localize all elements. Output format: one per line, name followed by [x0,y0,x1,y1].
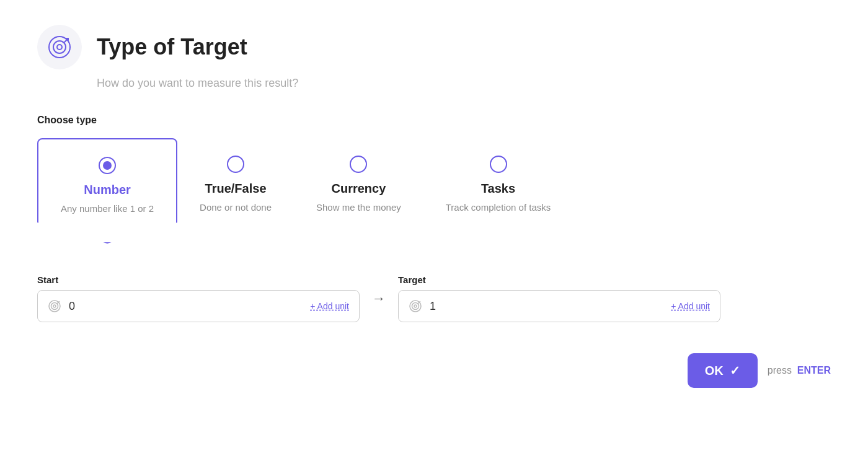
svg-point-6 [53,305,56,307]
type-card-number[interactable]: Number Any number like 1 or 2 [37,138,177,244]
target-input-wrap: + Add unit [398,290,720,322]
ok-check-icon: ✓ [730,363,740,378]
type-card-truefalse[interactable]: True/False Done or not done [177,138,294,231]
target-field-group: Target + Add unit [398,275,720,322]
press-enter-text: press ENTER [768,365,831,376]
start-label: Start [37,275,360,285]
type-card-currency[interactable]: Currency Show me the money [294,138,423,231]
radio-number [99,157,116,174]
svg-point-9 [412,303,419,310]
svg-point-1 [53,41,66,53]
start-input-wrap: + Add unit [37,290,360,322]
card-desc-number: Any number like 1 or 2 [61,202,154,215]
svg-point-10 [414,305,417,307]
start-input-icon [48,299,61,313]
ok-label: OK [705,364,724,378]
ok-area: OK ✓ press ENTER [37,353,831,388]
ok-button[interactable]: OK ✓ [688,353,758,388]
radio-truefalse [227,156,244,173]
page-subtitle: How do you want to measure this result? [97,77,831,90]
type-card-tasks[interactable]: Tasks Track completion of tasks [423,138,574,231]
header-icon-wrap [37,25,82,69]
radio-currency [350,156,367,173]
page-header: Type of Target [37,25,831,69]
arrow-icon: → [372,291,386,307]
target-add-unit-button[interactable]: + Add unit [671,301,710,311]
svg-point-5 [51,303,58,310]
target-label: Target [398,275,720,285]
choose-type-section: Choose type Number Any number like 1 or … [37,115,831,244]
radio-tasks [490,156,507,173]
page-container: Type of Target How do you want to measur… [37,25,831,388]
card-desc-tasks: Track completion of tasks [446,201,551,214]
start-add-unit-button[interactable]: + Add unit [310,301,349,311]
card-title-number: Number [84,183,131,197]
target-input[interactable] [430,300,663,313]
start-input[interactable] [69,300,303,313]
enter-label: ENTER [797,365,831,376]
page-title: Type of Target [97,34,247,60]
card-title-currency: Currency [331,182,386,196]
start-field-group: Start + Add unit [37,275,360,322]
target-icon [47,35,72,59]
card-desc-currency: Show me the money [316,201,401,214]
type-cards-row: Number Any number like 1 or 2 True/False… [37,138,831,244]
choose-type-label: Choose type [37,115,831,126]
card-title-tasks: Tasks [481,182,515,196]
card-desc-truefalse: Done or not done [200,201,272,214]
card-title-truefalse: True/False [205,182,267,196]
target-input-icon [409,299,422,313]
fields-row: Start + Add unit → Target [37,275,831,322]
svg-point-2 [57,45,62,50]
